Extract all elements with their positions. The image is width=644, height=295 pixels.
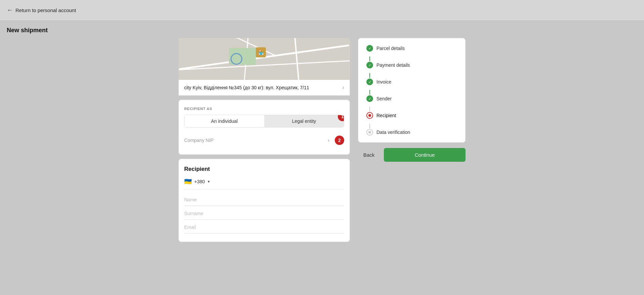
badge-2: 2 bbox=[335, 136, 344, 145]
step-label-active: Recipient bbox=[376, 113, 396, 118]
map-circle bbox=[231, 53, 242, 65]
step-dot-done: ✓ bbox=[366, 79, 373, 85]
step-recipient: Recipient bbox=[366, 112, 457, 119]
company-nip-row[interactable]: Company NIP › 2 bbox=[184, 133, 344, 148]
return-label: Return to personal account bbox=[15, 7, 76, 13]
location-row[interactable]: city Kyiv, Відділення №345 (до 30 кг): в… bbox=[178, 80, 350, 96]
map-container: 🏪 bbox=[178, 38, 350, 80]
step-line-inactive bbox=[369, 124, 370, 128]
step-label: Payment details bbox=[376, 62, 410, 68]
step-line bbox=[369, 90, 370, 95]
right-panel: ✓ Parcel details ✓ Payment details ✓ bbox=[358, 38, 466, 242]
phone-code: +380 bbox=[194, 179, 205, 184]
step-payment-details: ✓ Payment details bbox=[366, 62, 457, 68]
return-button[interactable]: ← Return to personal account bbox=[7, 7, 76, 14]
toggle-buttons: An individual Legal entity 1 bbox=[184, 115, 344, 128]
step-invoice: ✓ Invoice bbox=[366, 79, 457, 85]
check-icon: ✓ bbox=[368, 97, 371, 101]
step-label: Parcel details bbox=[376, 46, 405, 51]
company-nip-text: Company NIP bbox=[184, 138, 213, 143]
steps-card: ✓ Parcel details ✓ Payment details ✓ bbox=[358, 38, 466, 143]
ukraine-flag-icon: 🇺🇦 bbox=[184, 178, 192, 185]
surname-field[interactable] bbox=[184, 207, 344, 220]
individual-button[interactable]: An individual bbox=[185, 115, 264, 127]
badge-1: 1 bbox=[338, 115, 344, 121]
step-dot-done: ✓ bbox=[366, 95, 373, 102]
actions-row: Back Continue bbox=[358, 148, 466, 162]
recipient-as-card: RECIPIENT AS An individual Legal entity … bbox=[178, 100, 350, 155]
legal-entity-button[interactable]: Legal entity 1 bbox=[264, 115, 344, 127]
phone-dropdown-arrow[interactable]: ▾ bbox=[208, 179, 210, 184]
chevron-right-icon: › bbox=[328, 137, 329, 143]
step-label: Invoice bbox=[376, 79, 391, 85]
main-content: 🏪 city Kyiv, Відділення №345 (до 30 кг):… bbox=[0, 38, 644, 242]
check-icon: ✓ bbox=[368, 46, 371, 51]
email-field[interactable] bbox=[184, 221, 344, 234]
recipient-title: Recipient bbox=[184, 166, 344, 173]
step-label: Sender bbox=[376, 96, 392, 101]
location-text: city Kyiv, Відділення №345 (до 30 кг): в… bbox=[184, 85, 309, 90]
arrow-left-icon: ← bbox=[7, 7, 13, 14]
step-dot-active bbox=[366, 112, 373, 119]
map-pin-icon: 🏪 bbox=[256, 47, 266, 57]
step-dot-done: ✓ bbox=[366, 45, 373, 52]
back-button[interactable]: Back bbox=[358, 149, 380, 161]
left-panel: 🏪 city Kyiv, Відділення №345 (до 30 кг):… bbox=[178, 38, 350, 242]
continue-button[interactable]: Continue bbox=[384, 148, 466, 162]
map-road bbox=[294, 38, 299, 80]
page-title: New shipment bbox=[0, 21, 644, 38]
check-icon: ✓ bbox=[368, 80, 371, 84]
name-field[interactable] bbox=[184, 194, 344, 206]
chevron-right-icon: › bbox=[343, 85, 344, 91]
step-label: Data verification bbox=[376, 130, 410, 135]
step-line-inactive bbox=[369, 107, 370, 111]
step-line bbox=[369, 56, 370, 61]
check-icon: ✓ bbox=[368, 63, 371, 67]
step-dot-inactive bbox=[366, 129, 373, 136]
map-background: 🏪 bbox=[178, 38, 350, 80]
step-data-verification: Data verification bbox=[366, 129, 457, 136]
step-dot-done: ✓ bbox=[366, 62, 373, 68]
step-sender: ✓ Sender bbox=[366, 95, 457, 102]
recipient-as-label: RECIPIENT AS bbox=[184, 107, 344, 111]
step-parcel-details: ✓ Parcel details bbox=[366, 45, 457, 52]
step-line bbox=[369, 73, 370, 78]
recipient-card: Recipient 🇺🇦 +380 ▾ bbox=[178, 159, 350, 242]
top-bar: ← Return to personal account bbox=[0, 0, 644, 21]
phone-row: 🇺🇦 +380 ▾ bbox=[184, 178, 344, 190]
